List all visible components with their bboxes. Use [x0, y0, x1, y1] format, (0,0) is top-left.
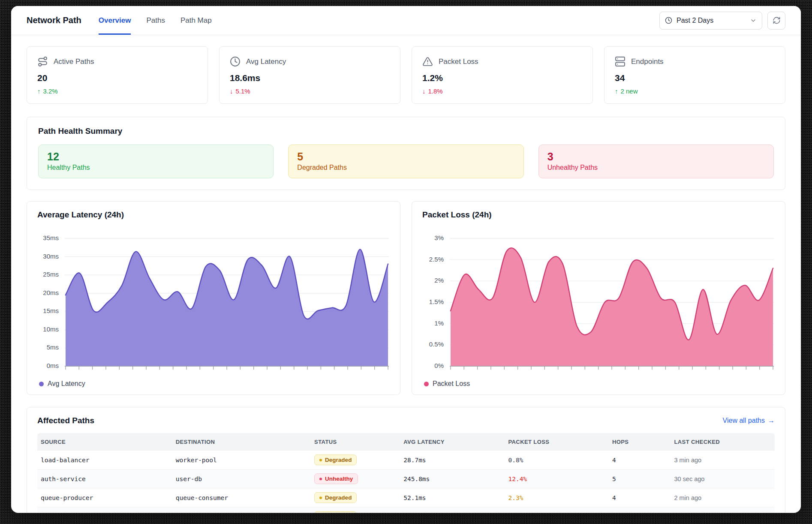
status-dot-icon [319, 497, 322, 499]
clock-icon [665, 17, 672, 24]
legend-dot [39, 382, 44, 386]
cell-packet-loss: 0.8% [505, 453, 609, 467]
y-tick-label: 2% [434, 277, 444, 284]
cell-avg-latency: 67.3ms [400, 509, 505, 513]
y-tick-label: 20ms [43, 289, 59, 296]
cell-avg-latency: 28.7ms [400, 453, 505, 467]
affected-paths-table-body: load-balancerworker-poolDegraded28.7ms0.… [37, 451, 775, 513]
cell-destination: queue-consumer [172, 491, 311, 505]
status-badge: Unhealthy [314, 473, 358, 484]
app-header: Network Path Overview Paths Path Map Pas… [11, 6, 801, 35]
status-badge: Degraded [314, 511, 357, 513]
status-dot-icon [319, 478, 322, 480]
col-destination: DESTINATION [172, 433, 311, 451]
col-packet-loss: PACKET LOSS [505, 433, 609, 451]
y-tick-label: 25ms [43, 271, 59, 278]
stat-label: Avg Latency [246, 57, 286, 66]
stat-delta: ↑ 3.2% [37, 87, 197, 95]
affected-paths-card: Affected Paths View all paths → SOURCE D… [27, 407, 785, 513]
cell-status: Degraded [311, 451, 400, 469]
arrow-up-icon: ↑ [615, 87, 618, 95]
alert-triangle-icon [422, 56, 433, 67]
cell-hops: 4 [609, 453, 671, 467]
cell-destination: payment-gateway [172, 509, 311, 513]
packet-loss-area-chart [449, 230, 775, 376]
refresh-icon [773, 16, 781, 24]
cell-hops: 4 [609, 491, 671, 505]
server-icon [615, 56, 626, 67]
degraded-paths-box: 5 Degraded Paths [288, 145, 523, 178]
stat-label: Endpoints [631, 57, 664, 66]
cell-hops: 6 [609, 509, 671, 513]
chart-title: Average Latency (24h) [37, 210, 390, 220]
stat-card-avg-latency: Avg Latency 18.6ms ↓ 5.1% [219, 46, 400, 104]
arrow-right-icon: → [768, 417, 775, 425]
stat-value: 1.2% [422, 73, 582, 83]
stat-card-active-paths: Active Paths 20 ↑ 3.2% [27, 46, 208, 104]
arrow-down-icon: ↓ [230, 87, 233, 95]
cell-packet-loss: 2.3% [505, 491, 609, 505]
tab-overview[interactable]: Overview [99, 6, 131, 35]
page-title: Network Path [27, 15, 81, 25]
cell-source: queue-producer [37, 491, 172, 505]
latency-area-chart [64, 230, 390, 376]
tab-path-map[interactable]: Path Map [180, 6, 212, 35]
y-tick-label: 15ms [43, 307, 59, 314]
status-badge: Degraded [314, 492, 357, 503]
col-source: SOURCE [37, 433, 172, 451]
cell-avg-latency: 52.1ms [400, 491, 505, 505]
chart-legend: Packet Loss [422, 380, 775, 388]
tab-paths[interactable]: Paths [146, 6, 165, 35]
unhealthy-label: Unhealthy Paths [547, 164, 765, 172]
cell-destination: user-db [172, 472, 311, 486]
unhealthy-count: 3 [547, 151, 765, 163]
cell-last-checked: 2 min ago [671, 491, 775, 505]
degraded-count: 5 [297, 151, 514, 163]
cell-packet-loss: 12.4% [505, 472, 609, 486]
cell-avg-latency: 245.8ms [400, 472, 505, 486]
chart-legend: Avg Latency [37, 380, 390, 388]
cell-last-checked: 3 min ago [671, 453, 775, 467]
arrow-up-icon: ↑ [37, 87, 41, 95]
stat-delta: ↓ 1.8% [422, 87, 582, 95]
y-tick-label: 35ms [43, 234, 59, 241]
path-health-summary: Path Health Summary 12 Healthy Paths 5 D… [27, 117, 785, 190]
packet-loss-chart-card: Packet Loss (24h) 3%2.5%2%1.5%1%0.5%0% P… [412, 201, 785, 395]
app-window: Network Path Overview Paths Path Map Pas… [11, 6, 801, 513]
healthy-paths-box: 12 Healthy Paths [38, 145, 274, 178]
y-axis-labels: 3%2.5%2%1.5%1%0.5%0% [422, 230, 449, 376]
header-actions: Past 2 Days [659, 12, 785, 30]
legend-label: Avg Latency [48, 380, 85, 388]
stat-value: 18.6ms [230, 73, 390, 83]
table-row[interactable]: billing-servicepayment-gatewayDegraded67… [37, 507, 775, 513]
time-range-select[interactable]: Past 2 Days [659, 12, 762, 30]
table-row[interactable]: queue-producerqueue-consumerDegraded52.1… [37, 488, 775, 507]
stat-delta: ↓ 5.1% [230, 87, 390, 95]
col-status: STATUS [311, 433, 400, 451]
y-tick-label: 1.5% [429, 298, 444, 305]
stats-row: Active Paths 20 ↑ 3.2% Avg Latency 18.6m… [27, 46, 785, 104]
legend-label: Packet Loss [433, 380, 470, 388]
view-all-paths-link[interactable]: View all paths → [723, 417, 775, 425]
stat-label: Active Paths [54, 57, 94, 66]
unhealthy-paths-box: 3 Unhealthy Paths [538, 145, 774, 178]
y-tick-label: 0% [434, 362, 444, 369]
cell-hops: 5 [609, 472, 671, 486]
refresh-button[interactable] [767, 12, 785, 30]
time-range-value: Past 2 Days [677, 17, 713, 24]
main-content: Active Paths 20 ↑ 3.2% Avg Latency 18.6m… [11, 35, 801, 513]
cell-status: Degraded [311, 507, 400, 513]
latency-chart-card: Average Latency (24h) 35ms30ms25ms20ms15… [27, 201, 400, 395]
y-axis-labels: 35ms30ms25ms20ms15ms10ms5ms0ms [37, 230, 64, 376]
cell-last-checked: 45 sec ago [671, 509, 775, 513]
clock-icon [230, 56, 241, 67]
cell-packet-loss: 1.5% [505, 509, 609, 513]
chart-title: Packet Loss (24h) [422, 210, 775, 220]
cell-source: billing-service [37, 509, 172, 513]
cell-destination: worker-pool [172, 453, 311, 467]
cell-last-checked: 30 sec ago [671, 472, 775, 486]
table-row[interactable]: load-balancerworker-poolDegraded28.7ms0.… [37, 451, 775, 470]
stat-card-packet-loss: Packet Loss 1.2% ↓ 1.8% [412, 46, 593, 104]
y-tick-label: 1% [434, 319, 444, 327]
table-row[interactable]: auth-serviceuser-dbUnhealthy245.8ms12.4%… [37, 470, 775, 488]
